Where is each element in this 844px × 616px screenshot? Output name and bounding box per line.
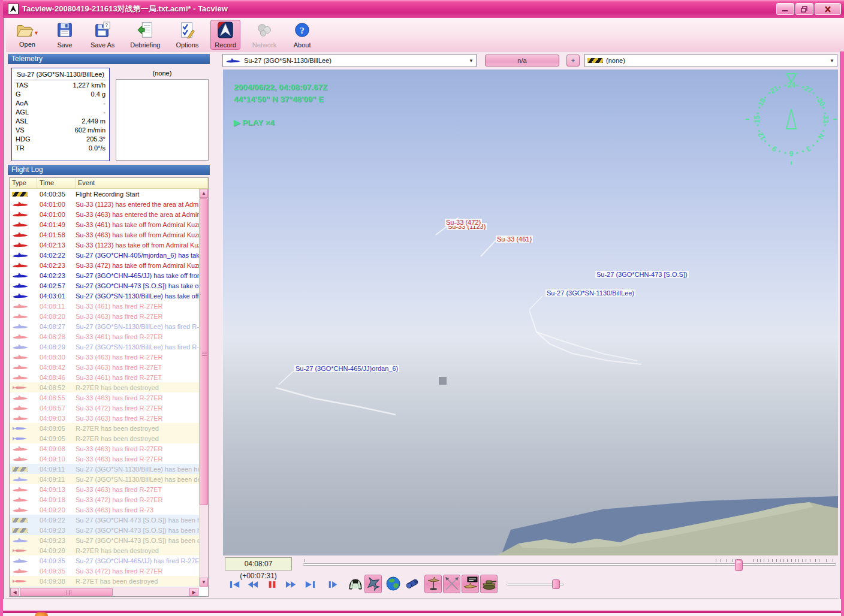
flight-log-row[interactable]: 04:02:23Su-33 (472) has take off from Ad… <box>10 260 199 270</box>
debriefing-button[interactable]: Debriefing <box>126 20 164 50</box>
scroll-down-button[interactable]: ▼ <box>200 578 208 587</box>
flight-log-row[interactable]: 04:08:11Su-33 (461) has fired R-27ER <box>10 301 199 311</box>
scroll-left-button[interactable]: ◀ <box>10 588 19 596</box>
plane-icon <box>12 364 29 370</box>
na-button[interactable]: n/a <box>485 55 559 67</box>
open-button[interactable]: ▼Open <box>12 20 43 50</box>
flight-log-row[interactable]: 04:09:23Su-27 (3GO*CHN-473 [S.O.S]) has … <box>10 535 199 545</box>
flight-log-row[interactable]: 04:09:13Su-33 (463) has fired R-27ET <box>10 484 199 494</box>
flight-log-row[interactable]: 04:08:46Su-33 (461) has fired R-27ET <box>10 372 199 382</box>
event-time: 04:09:11 <box>37 466 76 473</box>
flight-log-row[interactable]: 04:09:35Su-27 (3GO*CHN-465/JJ) has fired… <box>10 555 199 566</box>
flight-log-row[interactable]: 04:02:13Su-33 (1123) has take off from A… <box>10 240 199 250</box>
network-button[interactable]: Network <box>249 20 280 50</box>
flight-log-row[interactable]: 04:02:57Su-27 (3GO*CHN-473 [S.O.S]) has … <box>10 280 199 291</box>
timeline-handle[interactable] <box>735 559 743 571</box>
flight-log-row[interactable]: 04:08:30Su-33 (463) has fired R-27ER <box>10 352 199 362</box>
aircraft-label[interactable]: Su-27 (3GO*CHN-473 [S.O.S]) <box>595 271 689 278</box>
show-ground-objects-button[interactable] <box>480 575 498 593</box>
telemetry-value: 602 m/min <box>75 126 106 134</box>
flight-log-row[interactable]: 04:02:23Su-27 (3GO*CHN-465/JJ) has take … <box>10 270 199 280</box>
flight-log-row[interactable]: 04:09:05R-27ER has been destroyed <box>10 423 199 433</box>
horizontal-scroll-thumb[interactable] <box>20 588 113 596</box>
primary-object-selector[interactable]: Su-27 (3GO*SN-1130/BillLee) ▼ <box>222 54 477 67</box>
telemetry-value: 205.3° <box>86 135 106 143</box>
timeline-slider[interactable] <box>303 563 836 566</box>
flight-log-horizontal-scrollbar[interactable]: ◀ ▶ <box>10 587 199 596</box>
aircraft-label[interactable]: Su-33 (472) <box>445 219 482 226</box>
flight-log-row[interactable]: 04:09:29R-27ER has been destroyed <box>10 545 199 555</box>
flight-log-row[interactable]: 04:01:00Su-33 (1123) has entered the are… <box>10 199 199 209</box>
flight-log-row[interactable]: 04:08:55Su-33 (463) has fired R-27ER <box>10 392 199 403</box>
flight-log-row[interactable]: 04:09:03Su-33 (463) has fired R-27ER <box>10 413 199 423</box>
options-button[interactable]: Options <box>172 20 202 50</box>
aircraft-label[interactable]: Su-27 (3GO*SN-1130/BillLee) <box>545 289 635 297</box>
flight-log-row[interactable]: 04:09:35Su-33 (472) has fired R-27ER <box>10 566 199 576</box>
save-button[interactable]: Save <box>51 20 79 50</box>
minimize-button[interactable] <box>776 3 794 15</box>
aircraft-label[interactable]: Su-33 (461) <box>496 235 533 243</box>
open-dropdown-icon[interactable]: ▼ <box>34 30 39 36</box>
flight-log-row[interactable]: 04:09:38R-27ET has been destroyed <box>10 576 199 586</box>
column-time[interactable]: Time <box>37 178 76 188</box>
flight-log-row[interactable]: 04:08:29Su-27 (3GO*SN-1130/BillLee) has … <box>10 342 199 352</box>
flight-log-row[interactable]: 04:09:08Su-33 (463) has fired R-27ER <box>10 443 199 454</box>
telemetry-label: TAS <box>16 81 28 89</box>
flight-log-row[interactable]: 04:09:05R-27ER has been destroyed <box>10 433 199 443</box>
flight-log-row[interactable]: 04:09:11Su-27 (3GO*SN-1130/BillLee) has … <box>10 464 199 474</box>
close-button[interactable] <box>815 3 841 15</box>
globe-view-button[interactable] <box>384 575 402 593</box>
show-models-button[interactable] <box>424 575 442 593</box>
flight-log-row[interactable]: 04:09:18Su-33 (472) has fired R-27ER <box>10 494 199 505</box>
flight-log-row[interactable]: 04:09:11Su-27 (3GO*SN-1130/BillLee) has … <box>10 474 199 484</box>
restore-button[interactable] <box>795 3 813 15</box>
flight-log-row[interactable]: 04:01:58Su-33 (463) has take off from Ad… <box>10 230 199 240</box>
skip-to-start-button[interactable] <box>228 577 242 591</box>
fast-forward-button[interactable] <box>284 577 298 591</box>
rewind-button[interactable] <box>246 577 260 591</box>
timeline-event-tick <box>806 559 806 562</box>
secondary-object-selector[interactable]: (none) ▼ <box>584 54 837 67</box>
viewport-3d[interactable]: 2004/06/22, 04:08:07.67Z 44°14'50" N 37°… <box>223 70 838 555</box>
show-trajectories-button[interactable] <box>443 575 460 593</box>
scroll-right-button[interactable]: ▶ <box>189 588 198 596</box>
column-event[interactable]: Event <box>76 178 208 188</box>
flight-log-row[interactable]: 04:09:20Su-33 (463) has fired R-73 <box>10 505 199 515</box>
su27-icon <box>366 576 381 593</box>
free-camera-button[interactable] <box>403 575 421 593</box>
flight-log-row[interactable]: 04:09:10Su-33 (463) has fired R-27ER <box>10 454 199 464</box>
flight-log-row[interactable]: 04:08:28Su-33 (461) has fired R-27ER <box>10 331 199 342</box>
flight-log-row[interactable]: 04:00:35Flight Recording Start <box>10 189 199 199</box>
flight-log-row[interactable]: 04:08:57Su-33 (472) has fired R-27ER <box>10 403 199 413</box>
telemetry-value: - <box>103 99 106 107</box>
flight-log-row[interactable]: 04:02:22Su-27 (3GO*CHN-405/mjordan_6) ha… <box>10 250 199 260</box>
cockpit-view-button[interactable] <box>346 575 364 593</box>
skip-to-end-button[interactable] <box>303 577 317 591</box>
vertical-scroll-thumb[interactable] <box>200 198 208 505</box>
record-button[interactable]: Record <box>210 20 240 50</box>
add-object-button[interactable]: + <box>566 55 580 67</box>
zoom-slider-handle[interactable] <box>552 579 560 589</box>
flight-log-row[interactable]: 04:03:01Su-27 (3GO*SN-1130/BillLee) has … <box>10 291 199 301</box>
camera-zoom-slider[interactable] <box>507 581 564 588</box>
flight-log-row[interactable]: 04:08:42Su-33 (463) has fired R-27ET <box>10 362 199 372</box>
event-time: 04:09:20 <box>37 506 76 514</box>
flight-log-row[interactable]: 04:01:00Su-33 (463) has entered the area… <box>10 209 199 219</box>
flight-log-row[interactable]: 04:08:27Su-27 (3GO*SN-1130/BillLee) has … <box>10 321 199 331</box>
event-text: Su-27 (3GO*SN-1130/BillLee) has fired R-… <box>76 343 199 351</box>
save-as-button[interactable]: ?Save As <box>87 20 118 50</box>
aircraft-view-button[interactable] <box>364 575 382 593</box>
flight-log-vertical-scrollbar[interactable]: ▲ ▼ <box>199 189 208 587</box>
flight-log-row[interactable]: 04:01:49Su-33 (461) has take off from Ad… <box>10 219 199 230</box>
step-forward-button[interactable] <box>325 577 340 591</box>
show-labels-button[interactable] <box>462 575 479 593</box>
aircraft-label[interactable]: Su-27 (3GO*CHN-465/JJ)ordan_6) <box>294 365 399 372</box>
column-type[interactable]: Type <box>10 178 37 188</box>
pause-button[interactable] <box>265 577 279 591</box>
flight-log-row[interactable]: 04:08:20Su-33 (463) has fired R-27ER <box>10 311 199 321</box>
flight-log-row[interactable]: 04:09:23Su-27 (3GO*CHN-473 [S.O.S]) has … <box>10 525 199 535</box>
about-button[interactable]: ?About <box>288 20 316 50</box>
flight-log-row[interactable]: 04:09:22Su-27 (3GO*CHN-473 [S.O.S]) has … <box>10 515 199 525</box>
flight-log-row[interactable]: 04:08:52R-27ER has been destroyed <box>10 382 199 392</box>
scroll-up-button[interactable]: ▲ <box>200 189 208 198</box>
